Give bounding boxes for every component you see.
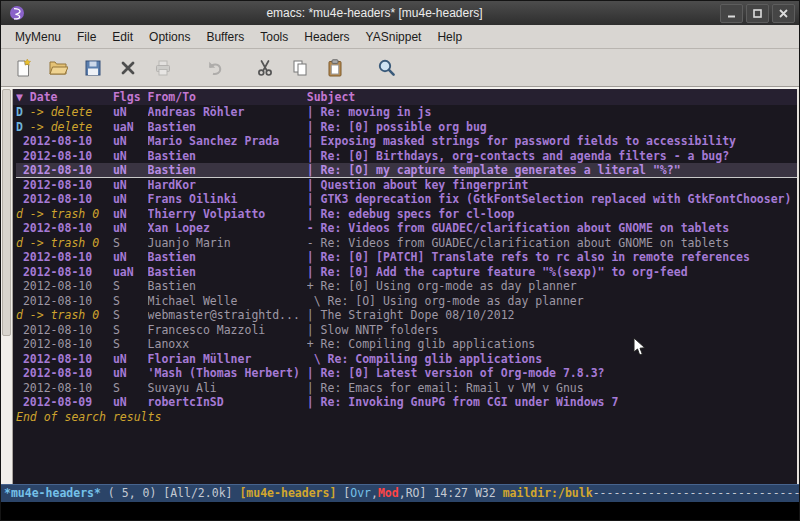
copy-button[interactable] <box>286 54 314 82</box>
modeline-position: ( 5, 0) [All/2.0k] <box>101 486 239 500</box>
message-row[interactable]: 2012-08-10 uN Frans Oilinki | GTK3 depre… <box>16 192 797 207</box>
modeline-time: 14:27 <box>433 486 468 500</box>
scrollbar[interactable] <box>1 89 13 484</box>
end-of-search-results: End of search results <box>13 410 797 425</box>
column-header-date[interactable]: ▼ Date <box>16 89 113 105</box>
message-row[interactable]: D -> delete uN Andreas Röhler | Re: movi… <box>16 105 797 120</box>
message-row[interactable]: 2012-08-10 uN Bastien | Re: [O] my captu… <box>16 163 797 178</box>
modeline-bracket: [ <box>336 486 350 500</box>
column-header-from[interactable]: From/To <box>148 89 307 105</box>
message-row[interactable]: 2012-08-10 uN Bastien | Re: [0] Birthday… <box>16 149 797 164</box>
menu-help[interactable]: Help <box>429 27 470 47</box>
scrollbar-thumb[interactable] <box>2 89 11 336</box>
message-flags: S <box>113 381 148 396</box>
message-row[interactable]: 2012-08-09 uN robertcInSD | Re: Invoking… <box>16 395 797 410</box>
message-row[interactable]: 2012-08-10 S Michael Welle \ Re: [O] Usi… <box>16 294 797 309</box>
modeline-modified-indicator[interactable]: Mod <box>378 486 399 500</box>
message-row[interactable]: D -> delete uaN Bastien | Re: [0] possib… <box>16 120 797 135</box>
message-row[interactable]: 2012-08-10 uN 'Mash (Thomas Herbert) | R… <box>16 366 797 381</box>
message-date: 2012-08-10 <box>16 352 113 367</box>
message-flags: uN <box>113 207 148 222</box>
date-text: 2012-08-10 <box>16 323 92 337</box>
printer-icon <box>153 58 173 78</box>
date-text: 2012-08-10 <box>16 221 92 235</box>
message-row[interactable]: d -> trash 0 uN Thierry Volpiatto | Re: … <box>16 207 797 222</box>
print-buffer-button[interactable] <box>149 54 177 82</box>
paste-button[interactable] <box>321 54 349 82</box>
message-flags: S <box>113 279 148 294</box>
mode-line: *mu4e-headers* ( 5, 0) [All/2.0k] [mu4e-… <box>1 484 799 502</box>
close-icon[interactable] <box>772 4 795 23</box>
message-row[interactable]: 2012-08-10 uaN Bastien | Re: [0] Add the… <box>16 265 797 280</box>
message-from: Bastien <box>148 163 307 177</box>
menu-buffers[interactable]: Buffers <box>198 27 252 47</box>
message-date: D -> delete <box>16 105 113 120</box>
message-subject: | Re: [0] Birthdays, org-contacts and ag… <box>307 149 797 164</box>
message-list: D -> delete uN Andreas Röhler | Re: movi… <box>13 105 797 410</box>
message-row[interactable]: d -> trash 0 S webmaster@straightd... | … <box>16 308 797 323</box>
window-title: emacs: *mu4e-headers* [mu4e-headers] <box>29 6 720 20</box>
undo-button[interactable] <box>200 54 228 82</box>
message-flags: uaN <box>113 265 148 280</box>
minimize-icon[interactable] <box>720 4 743 23</box>
date-text: -> delete <box>23 120 92 134</box>
date-text: 2012-08-10 <box>16 381 92 395</box>
modeline-buffer-name: *mu4e-headers* <box>4 486 101 500</box>
date-text: 2012-08-10 <box>16 337 92 351</box>
maximize-icon[interactable] <box>746 4 769 23</box>
column-header-subject[interactable]: Subject <box>307 89 797 105</box>
menu-file[interactable]: File <box>69 27 104 47</box>
message-flags: uN <box>113 352 148 367</box>
save-buffer-button[interactable] <box>79 54 107 82</box>
message-from: Florian Müllner <box>148 352 307 367</box>
message-date: 2012-08-10 <box>16 294 113 309</box>
modeline-dashes: ----------------------------------------… <box>593 486 799 500</box>
search-button[interactable] <box>372 54 400 82</box>
echo-area[interactable] <box>1 502 799 520</box>
message-row[interactable]: 2012-08-10 S Francesco Mazzoli | Slow NN… <box>16 323 797 338</box>
date-text: 2012-08-10 <box>16 352 92 366</box>
message-row[interactable]: d -> trash 0 S Juanjo Marin - Re: Videos… <box>16 236 797 251</box>
modeline-window-id: W32 <box>468 486 503 500</box>
kill-buffer-button[interactable] <box>114 54 142 82</box>
message-date: 2012-08-09 <box>16 395 113 410</box>
message-flags: uN <box>113 366 148 381</box>
message-row[interactable]: 2012-08-10 uN Bastien | Re: [0] [PATCH] … <box>16 250 797 265</box>
modeline-readonly-indicator[interactable]: RO <box>406 486 420 500</box>
message-subject: \ Re: Compiling glib applications <box>307 352 797 367</box>
message-row[interactable]: 2012-08-10 S Suvayu Ali | Re: Emacs for … <box>16 381 797 396</box>
message-row[interactable]: 2012-08-10 S Bastien + Re: [0] Using org… <box>16 279 797 294</box>
message-flags: uN <box>113 134 148 149</box>
message-subject: | The Straight Dope 08/10/2012 <box>307 308 797 323</box>
message-row[interactable]: 2012-08-10 uN Florian Müllner \ Re: Comp… <box>16 352 797 367</box>
message-row[interactable]: 2012-08-10 S Lanoxx + Re: Compiling glib… <box>16 337 797 352</box>
menu-options[interactable]: Options <box>141 27 198 47</box>
message-from: Juanjo Marin <box>148 236 307 251</box>
message-subject: + Re: [0] Using org-mode as day planner <box>307 279 797 294</box>
emacs-app-icon <box>9 5 25 21</box>
message-row[interactable]: 2012-08-10 uN HardKor | Question about k… <box>16 178 797 193</box>
date-text: 2012-08-10 <box>16 366 92 380</box>
date-text: 2012-08-10 <box>16 250 92 264</box>
mark-char: D <box>16 120 23 134</box>
message-subject: | Re: Invoking GnuPG from CGI under Wind… <box>307 395 797 410</box>
message-subject: | Re: moving in js <box>307 105 797 120</box>
menu-mymenu[interactable]: MyMenu <box>7 27 69 47</box>
column-header-flags[interactable]: Flgs <box>113 89 148 105</box>
message-from: Suvayu Ali <box>148 381 307 396</box>
modeline-major-mode[interactable]: [mu4e-headers] <box>239 486 336 500</box>
message-subject: | Re: [O] my capture template generates … <box>307 163 797 177</box>
message-date: 2012-08-10 <box>16 192 113 207</box>
cut-button[interactable] <box>251 54 279 82</box>
menu-yasnippet[interactable]: YASnippet <box>358 27 430 47</box>
message-date: 2012-08-10 <box>16 134 113 149</box>
message-subject: | Re: [0] Latest version of Org-mode 7.8… <box>307 366 797 381</box>
menu-tools[interactable]: Tools <box>252 27 296 47</box>
menu-edit[interactable]: Edit <box>104 27 141 47</box>
message-flags: uN <box>113 192 148 207</box>
message-row[interactable]: 2012-08-10 uN Mario Sanchez Prada | Expo… <box>16 134 797 149</box>
message-row[interactable]: 2012-08-10 uN Xan Lopez - Re: Videos fro… <box>16 221 797 236</box>
open-file-button[interactable] <box>44 54 72 82</box>
new-file-button[interactable] <box>9 54 37 82</box>
menu-headers[interactable]: Headers <box>296 27 357 47</box>
